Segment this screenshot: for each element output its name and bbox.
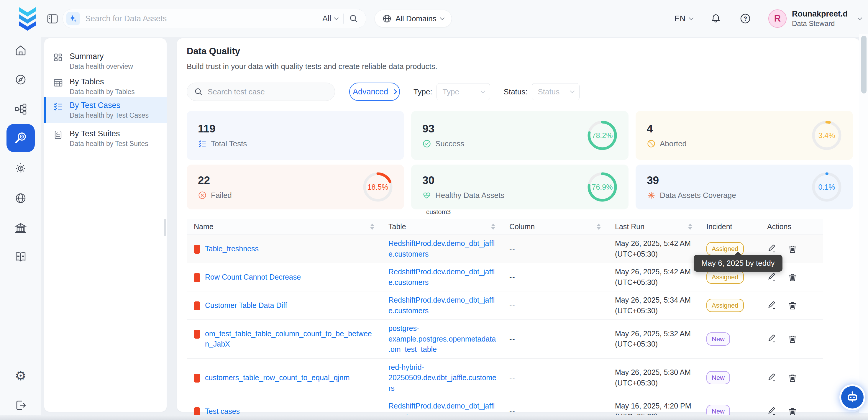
advanced-search-button[interactable]: Advanced bbox=[349, 83, 400, 101]
table-link[interactable]: postgres-example.postgres.openmetadata.o… bbox=[389, 324, 496, 353]
table-row[interactable]: om_test_table_table_column_count_to_be_b… bbox=[187, 320, 823, 359]
logout-icon[interactable] bbox=[14, 399, 27, 412]
table-link[interactable]: RedshiftProd.dev.demo_dbt_jaffle.custome… bbox=[389, 296, 495, 315]
test-case-link[interactable]: om_test_table_table_column_count_to_be_b… bbox=[205, 329, 375, 350]
table-row[interactable]: Customer Table Data Diff RedshiftProd.de… bbox=[187, 291, 823, 320]
notifications-button[interactable] bbox=[709, 12, 722, 25]
insights-bulb-icon[interactable] bbox=[14, 162, 27, 176]
subnav-scrollbar-thumb[interactable] bbox=[164, 219, 166, 236]
edit-icon[interactable] bbox=[767, 407, 777, 416]
edit-icon[interactable] bbox=[767, 373, 777, 383]
page-title: Data Quality bbox=[187, 46, 240, 57]
explore-compass-icon[interactable] bbox=[14, 73, 27, 86]
subnav-subtitle: Data health by Test Suites bbox=[70, 139, 161, 148]
aborted-label: Aborted bbox=[660, 139, 687, 148]
ai-sparkle-icon[interactable] bbox=[66, 12, 80, 25]
sort-icon[interactable] bbox=[688, 223, 692, 230]
rail-item-data-quality-active[interactable] bbox=[6, 124, 35, 152]
type-filter-select[interactable]: Type bbox=[436, 83, 490, 100]
incident-badge[interactable]: New bbox=[706, 371, 730, 384]
subnav-subtitle: Data health by Test Cases bbox=[70, 111, 161, 120]
language-dropdown[interactable]: EN bbox=[674, 14, 693, 23]
delete-icon[interactable] bbox=[788, 334, 797, 343]
user-menu[interactable]: R Rounakpreet.d Data Steward bbox=[768, 9, 862, 28]
chat-assistant-button[interactable] bbox=[839, 384, 865, 410]
column-header-column[interactable]: Column bbox=[502, 219, 608, 235]
subnav-item-by-tables[interactable]: By Tables Data health by Tables bbox=[44, 74, 167, 99]
column-value: -- bbox=[509, 335, 516, 343]
home-icon[interactable] bbox=[14, 44, 27, 57]
sidebar-toggle-icon[interactable] bbox=[46, 13, 58, 25]
global-search-input[interactable] bbox=[85, 14, 317, 23]
test-case-link[interactable]: Customer Table Data Diff bbox=[205, 300, 287, 311]
checklist-icon bbox=[198, 139, 207, 148]
delete-icon[interactable] bbox=[788, 301, 797, 310]
search-icon[interactable] bbox=[349, 14, 358, 23]
column-header-table[interactable]: Table bbox=[381, 219, 502, 235]
page-scrollbar-thumb[interactable] bbox=[861, 36, 867, 93]
sort-icon[interactable] bbox=[597, 223, 601, 230]
delete-icon[interactable] bbox=[788, 244, 797, 253]
help-button[interactable]: ? bbox=[739, 12, 752, 25]
status-filter-select[interactable]: Status bbox=[532, 83, 580, 100]
stat-card-failed: 22 Failed 18.5% bbox=[187, 164, 404, 209]
incident-badge[interactable]: Assigned bbox=[706, 299, 744, 312]
data-flow-icon[interactable] bbox=[14, 102, 27, 116]
last-run-value: May 26, 2025, 5:42 AM (UTC+05:30) bbox=[615, 268, 691, 287]
edit-icon[interactable] bbox=[767, 334, 777, 343]
chevron-down-icon bbox=[689, 16, 694, 20]
column-header-last-run[interactable]: Last Run bbox=[608, 219, 699, 235]
filter-bar: Advanced Type: Type Status: Status bbox=[187, 83, 580, 101]
column-value: -- bbox=[509, 407, 516, 415]
test-case-link[interactable]: customers_table_row_count_to_equal_qjnm bbox=[205, 372, 350, 383]
test-case-search-input[interactable] bbox=[208, 87, 328, 96]
glossary-book-icon[interactable] bbox=[14, 250, 27, 263]
delete-icon[interactable] bbox=[788, 272, 797, 282]
column-value: -- bbox=[509, 273, 516, 281]
delete-icon[interactable] bbox=[788, 407, 797, 416]
delete-icon[interactable] bbox=[788, 373, 797, 383]
test-case-link[interactable]: Test cases bbox=[205, 406, 240, 417]
chevron-down-icon bbox=[858, 16, 862, 20]
test-case-link[interactable]: Table_freshness bbox=[205, 244, 259, 254]
sort-icon[interactable] bbox=[491, 223, 495, 230]
question-circle-icon: ? bbox=[739, 13, 751, 25]
subnav-item-by-test-cases[interactable]: By Test Cases Data health by Test Cases bbox=[44, 97, 167, 123]
table-link[interactable]: RedshiftProd.dev.demo_dbt_jaffle.custome… bbox=[389, 268, 495, 287]
failed-donut: 18.5% bbox=[362, 171, 394, 203]
domains-globe-icon[interactable] bbox=[14, 192, 27, 205]
search-scope-value: All bbox=[322, 14, 331, 23]
govern-bank-icon[interactable] bbox=[14, 221, 27, 235]
domains-dropdown[interactable]: All Domains bbox=[375, 10, 452, 27]
test-case-link[interactable]: Row Count Cannot Decrease bbox=[205, 272, 301, 282]
subnav-item-by-test-suites[interactable]: By Test Suites Data health by Test Suite… bbox=[44, 126, 167, 151]
subnav-item-summary[interactable]: Summary Data health overview bbox=[44, 49, 167, 74]
sort-icon[interactable] bbox=[370, 223, 374, 230]
divider bbox=[343, 13, 344, 24]
failed-status-indicator bbox=[194, 301, 200, 310]
stray-label-custom3: custom3 bbox=[426, 208, 451, 216]
edit-icon[interactable] bbox=[767, 272, 777, 282]
top-right-cluster: EN ? R Rounakpreet.d Data Steward bbox=[674, 0, 862, 37]
table-link[interactable]: RedshiftProd.dev.demo_dbt_jaffle.custome… bbox=[389, 239, 495, 258]
column-header-name[interactable]: Name bbox=[187, 219, 381, 235]
last-run-value: May 26, 2025, 5:34 AM (UTC+05:30) bbox=[615, 296, 691, 315]
edit-icon[interactable] bbox=[767, 244, 777, 253]
healthy-donut: 76.9% bbox=[586, 171, 618, 203]
last-run-value: May 26, 2025, 5:30 AM (UTC+05:30) bbox=[615, 368, 691, 387]
collate-logo-icon[interactable] bbox=[16, 6, 39, 31]
bell-icon bbox=[710, 13, 722, 25]
settings-gear-icon[interactable]: ⚙ bbox=[14, 369, 27, 382]
failed-status-indicator bbox=[194, 374, 200, 383]
edit-icon[interactable] bbox=[767, 301, 777, 310]
incident-badge[interactable]: New bbox=[706, 332, 730, 346]
search-scope-dropdown[interactable]: All bbox=[322, 14, 338, 23]
subnav-subtitle: Data health overview bbox=[70, 62, 161, 71]
table-link[interactable]: red-hybrid-20250509.dev.dbt_jaffle.custo… bbox=[389, 363, 496, 392]
check-circle-icon bbox=[422, 139, 431, 148]
table-row[interactable]: customers_table_row_count_to_equal_qjnm … bbox=[187, 358, 823, 397]
column-header-incident: Incident bbox=[699, 219, 760, 235]
failed-label: Failed bbox=[211, 191, 232, 200]
column-header-actions: Actions bbox=[760, 219, 823, 235]
incident-badge[interactable]: Assigned bbox=[706, 270, 744, 284]
